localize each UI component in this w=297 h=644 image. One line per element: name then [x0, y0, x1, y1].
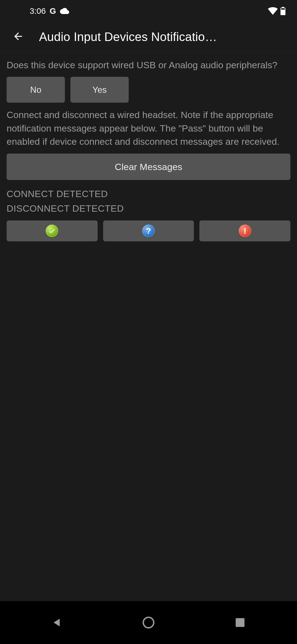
svg-point-1: [143, 617, 154, 628]
arrow-back-icon: [12, 31, 24, 43]
clear-messages-button[interactable]: Clear Messages: [7, 154, 290, 180]
nav-home-button[interactable]: [128, 602, 169, 643]
status-right: [268, 7, 285, 15]
google-g-icon: G: [50, 6, 56, 16]
status-bar: 3:06 G: [0, 0, 297, 22]
nav-recents-button[interactable]: [219, 602, 261, 643]
page-title: Audio Input Devices Notificatio…: [39, 30, 289, 44]
triangle-left-icon: [51, 617, 62, 628]
status-left: 3:06 G: [30, 6, 69, 16]
back-button[interactable]: [8, 27, 28, 47]
yes-no-row: No Yes: [7, 77, 290, 103]
wifi-icon: [268, 7, 278, 15]
yes-button[interactable]: Yes: [70, 77, 129, 103]
instructions-text: Connect and disconnect a wired headset. …: [7, 108, 290, 148]
result-button-row: [7, 220, 290, 241]
square-icon: [235, 618, 245, 627]
svg-rect-2: [236, 618, 244, 627]
prompt-text: Does this device support wired USB or An…: [7, 58, 290, 72]
log-line-disconnect: DISCONNECT DETECTED: [7, 201, 290, 216]
nav-back-button[interactable]: [36, 602, 78, 643]
no-button[interactable]: No: [7, 77, 65, 103]
status-clock: 3:06: [30, 6, 46, 16]
fail-button[interactable]: [199, 220, 290, 241]
log-line-connect: CONNECT DETECTED: [7, 187, 290, 201]
exclamation-circle-icon: [239, 225, 251, 237]
screen: 3:06 G Audio Input Devices Notificatio… …: [0, 0, 297, 644]
message-log: CONNECT DETECTED DISCONNECT DETECTED: [7, 187, 290, 215]
info-button[interactable]: [103, 220, 194, 241]
question-circle-icon: [142, 225, 155, 237]
pass-button[interactable]: [7, 220, 98, 241]
check-circle-icon: [46, 225, 58, 237]
action-bar: Audio Input Devices Notificatio…: [0, 22, 297, 52]
circle-outline-icon: [142, 616, 155, 629]
content: Does this device support wired USB or An…: [0, 52, 297, 241]
svg-rect-0: [281, 8, 285, 10]
system-nav-bar: [0, 601, 297, 644]
cloud-icon: [60, 8, 69, 14]
battery-icon: [280, 7, 285, 15]
